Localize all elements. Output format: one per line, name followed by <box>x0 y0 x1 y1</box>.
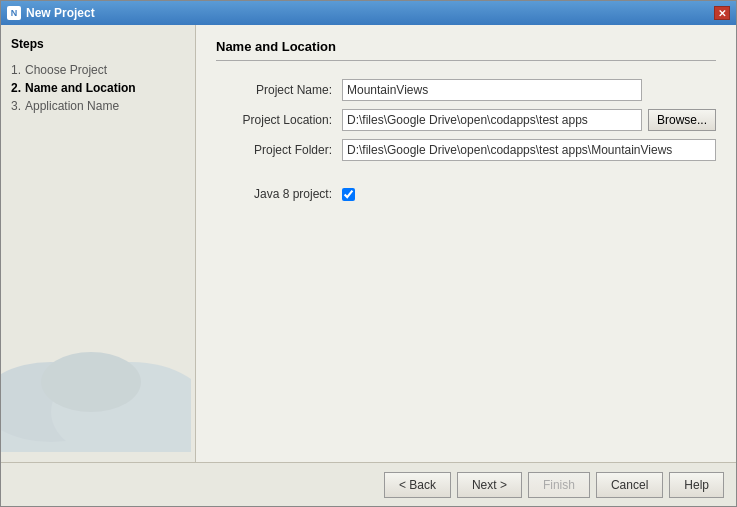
main-content: Name and Location Project Name: Project … <box>196 25 736 462</box>
dialog-body: Steps 1.Choose Project 2.Name and Locati… <box>1 25 736 462</box>
form-grid: Project Name: Project Location: Browse..… <box>216 79 716 201</box>
cancel-button[interactable]: Cancel <box>596 472 663 498</box>
section-title: Name and Location <box>216 39 716 61</box>
sidebar-watermark <box>1 292 191 452</box>
project-folder-label: Project Folder: <box>216 143 336 157</box>
title-bar: N New Project ✕ <box>1 1 736 25</box>
dialog-footer: < Back Next > Finish Cancel Help <box>1 462 736 506</box>
dialog-icon: N <box>7 6 21 20</box>
browse-button[interactable]: Browse... <box>648 109 716 131</box>
close-button[interactable]: ✕ <box>714 6 730 20</box>
steps-list: 1.Choose Project 2.Name and Location 3.A… <box>11 61 185 115</box>
project-folder-input[interactable] <box>342 139 716 161</box>
step-2: 2.Name and Location <box>11 79 185 97</box>
finish-button[interactable]: Finish <box>528 472 590 498</box>
dialog-title: New Project <box>26 6 95 20</box>
next-button[interactable]: Next > <box>457 472 522 498</box>
new-project-dialog: N New Project ✕ Steps 1.Choose Project 2… <box>0 0 737 507</box>
project-location-input[interactable] <box>342 109 642 131</box>
title-bar-left: N New Project <box>7 6 95 20</box>
step-1: 1.Choose Project <box>11 61 185 79</box>
step-1-number: 1. <box>11 63 21 77</box>
help-button[interactable]: Help <box>669 472 724 498</box>
sidebar: Steps 1.Choose Project 2.Name and Locati… <box>1 25 196 462</box>
spacer-row <box>216 169 716 179</box>
step-3-label: Application Name <box>25 99 119 113</box>
project-location-label: Project Location: <box>216 113 336 127</box>
svg-point-3 <box>41 352 141 412</box>
sidebar-title: Steps <box>11 37 185 51</box>
step-2-number: 2. <box>11 81 21 95</box>
step-3: 3.Application Name <box>11 97 185 115</box>
java8-checkbox-cell <box>342 188 642 201</box>
java8-checkbox[interactable] <box>342 188 355 201</box>
step-3-number: 3. <box>11 99 21 113</box>
back-button[interactable]: < Back <box>384 472 451 498</box>
project-name-input[interactable] <box>342 79 642 101</box>
step-1-label: Choose Project <box>25 63 107 77</box>
java8-label: Java 8 project: <box>216 187 336 201</box>
step-2-label: Name and Location <box>25 81 136 95</box>
project-name-label: Project Name: <box>216 83 336 97</box>
